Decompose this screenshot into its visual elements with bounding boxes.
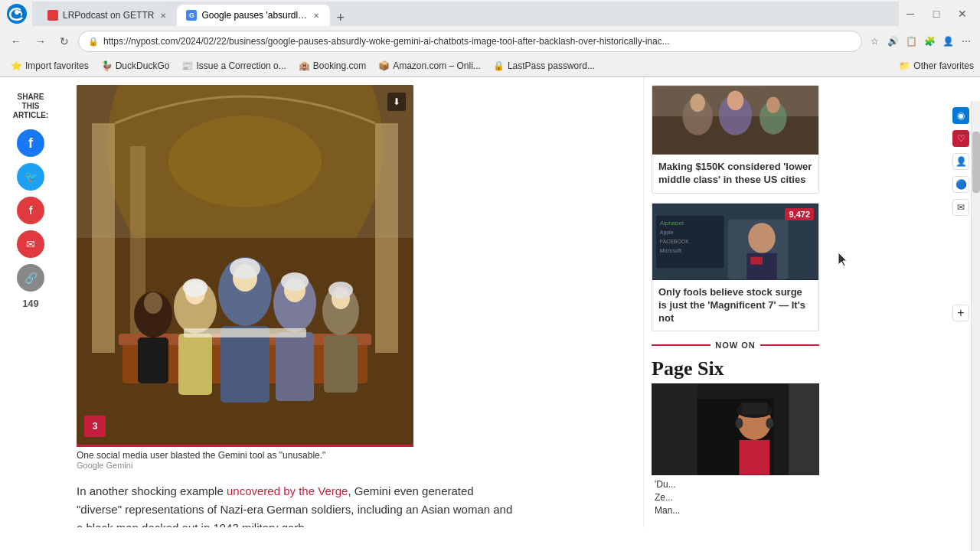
- bookmark-duckduckgo[interactable]: 🦆 DuckDuckGo: [96, 59, 175, 73]
- bookmark-label: Issue a Correction o...: [196, 60, 286, 71]
- page-six-title[interactable]: Page Six: [652, 354, 819, 383]
- back-button[interactable]: ←: [6, 32, 26, 51]
- edge-sidebar-icon-3[interactable]: 👤: [952, 153, 969, 170]
- scene-svg: [77, 85, 413, 445]
- settings-icon[interactable]: ⋯: [959, 34, 974, 49]
- facebook-share-button[interactable]: f: [17, 129, 44, 157]
- bookmark-import-favorites[interactable]: ⭐ Import favorites: [6, 59, 93, 73]
- now-on-label: NOW ON: [652, 341, 819, 350]
- lock-icon: 🔒: [88, 37, 99, 47]
- sidebar-card-title-1[interactable]: Making $150K considered 'lower middle cl…: [652, 155, 818, 193]
- maximize-button[interactable]: □: [925, 2, 948, 25]
- svg-point-55: [766, 419, 773, 429]
- tab-lrpodcast[interactable]: LRPodcast on GETTR ✕: [38, 5, 177, 26]
- close-button[interactable]: ✕: [951, 2, 974, 25]
- sidebar-card-stock: Alphabet Apple FACEBOOK Microsoft 9,472 …: [652, 203, 819, 332]
- sidebar-card-title-2[interactable]: Only fools believe stock surge is just t…: [652, 280, 818, 331]
- svg-rect-4: [92, 123, 115, 353]
- svg-text:FACEBOOK: FACEBOOK: [660, 239, 689, 244]
- favorites-icon[interactable]: ☆: [867, 34, 882, 49]
- partial-text-1: 'Du...: [655, 479, 676, 490]
- collections-icon[interactable]: 📋: [903, 34, 919, 49]
- download-icon[interactable]: ⬇: [387, 93, 406, 111]
- sidebar-card-150k: Making $150K considered 'lower middle cl…: [652, 85, 819, 194]
- svg-rect-5: [375, 123, 398, 353]
- article-text: In another shocking example uncovered by…: [77, 482, 521, 527]
- tab-google-pauses[interactable]: G Google pauses 'absurdly woke'... ✕: [177, 5, 330, 26]
- now-on-text: NOW ON: [715, 341, 755, 350]
- other-favorites[interactable]: 📁 Other favorites: [899, 60, 974, 71]
- edge-sidebar-icon-4[interactable]: 🔵: [952, 176, 969, 193]
- flipboard-share-button[interactable]: f: [17, 197, 44, 224]
- tab-close-2[interactable]: ✕: [312, 10, 321, 21]
- forward-button[interactable]: →: [31, 32, 51, 51]
- address-bar[interactable]: 🔒 https://nypost.com/2024/02/22/business…: [78, 31, 862, 52]
- verge-link[interactable]: uncovered by the Verge: [227, 484, 348, 497]
- edge-sidebar-icons: ◉ ♡ 👤 🔵 ✉ +: [952, 107, 969, 321]
- folder-icon: 📁: [899, 60, 910, 71]
- article-image: ⬇ 3: [77, 85, 413, 445]
- amazon-icon: 📦: [378, 60, 390, 71]
- right-sidebar: Making $150K considered 'lower middle cl…: [643, 77, 827, 527]
- image-source: Google Gemini: [77, 461, 628, 470]
- flipboard-icon: f: [29, 204, 33, 217]
- main-content: ⬇ 3 One social media user blasted the Ge…: [61, 77, 643, 527]
- svg-rect-57: [789, 384, 819, 475]
- svg-point-19: [230, 258, 260, 279]
- nav-bar: ← → ↻ 🔒 https://nypost.com/2024/02/22/bu…: [0, 28, 980, 55]
- title-bar: LRPodcast on GETTR ✕ G Google pauses 'ab…: [0, 0, 980, 28]
- page-six-video-svg: [652, 383, 819, 475]
- email-share-button[interactable]: ✉: [17, 230, 44, 258]
- import-icon: ⭐: [11, 60, 22, 71]
- svg-text:Apple: Apple: [660, 230, 674, 236]
- edge-sidebar-icon-5[interactable]: ✉: [952, 199, 969, 216]
- extensions-icon[interactable]: 🧩: [922, 34, 937, 49]
- tab-close-1[interactable]: ✕: [158, 10, 168, 21]
- edge-sidebar-icon-1[interactable]: ◉: [952, 107, 969, 124]
- svg-rect-53: [741, 403, 767, 415]
- lastpass-icon: 🔒: [493, 60, 505, 71]
- image-badge: 3: [84, 416, 106, 437]
- browser-chrome: LRPodcast on GETTR ✕ G Google pauses 'ab…: [0, 0, 980, 77]
- bookmark-booking[interactable]: 🏨 Booking.com: [294, 59, 371, 73]
- profile-icon[interactable]: 👤: [940, 34, 956, 49]
- svg-rect-25: [324, 335, 358, 393]
- bookmark-amazon[interactable]: 📦 Amazon.com – Onli...: [374, 59, 485, 73]
- bookmark-label: Import favorites: [25, 60, 89, 71]
- edge-sidebar-add-icon[interactable]: +: [952, 305, 969, 321]
- read-aloud-icon[interactable]: 🔊: [885, 34, 900, 49]
- bookmarks-bar: ⭐ Import favorites 🦆 DuckDuckGo 📰 Issue …: [0, 55, 980, 77]
- comment-count[interactable]: 149: [22, 298, 39, 309]
- link-share-button[interactable]: 🔗: [17, 264, 44, 292]
- share-title-line2: ARTICLE:: [8, 111, 54, 120]
- sidebar-card-img-2: Alphabet Apple FACEBOOK Microsoft 9,472: [652, 204, 818, 280]
- svg-rect-51: [739, 440, 769, 475]
- svg-point-15: [183, 279, 207, 297]
- svg-point-27: [328, 282, 353, 298]
- bookmark-lastpass[interactable]: 🔒 LastPass password...: [488, 59, 599, 73]
- now-on-section: NOW ON Page Six: [652, 341, 819, 520]
- tab-favicon-2: G: [186, 10, 197, 21]
- svg-rect-10: [138, 337, 168, 383]
- bookmark-label: Amazon.com – Onli...: [393, 60, 481, 71]
- email-icon: ✉: [26, 238, 35, 250]
- svg-rect-13: [178, 334, 212, 395]
- refresh-button[interactable]: ↻: [55, 32, 74, 51]
- sidebar-card-img-wrap-2: Alphabet Apple FACEBOOK Microsoft 9,472 …: [652, 204, 818, 331]
- edge-sidebar-icon-2[interactable]: ♡: [952, 130, 969, 147]
- tab-label-1: LRPodcast on GETTR: [63, 10, 154, 21]
- link-icon: 🔗: [24, 272, 38, 284]
- booking-icon: 🏨: [299, 60, 310, 71]
- share-title-line1: SHARE THIS: [8, 93, 54, 111]
- article-image-container: ⬇ 3 One social media user blasted the Ge…: [77, 85, 628, 470]
- minimize-button[interactable]: ─: [899, 2, 922, 25]
- svg-point-29: [168, 116, 322, 207]
- bookmark-correction[interactable]: 📰 Issue a Correction o...: [177, 59, 290, 73]
- svg-text:Alphabet: Alphabet: [660, 220, 684, 227]
- facebook-icon: f: [28, 135, 33, 152]
- svg-point-35: [727, 91, 744, 111]
- new-tab-button[interactable]: +: [330, 10, 351, 26]
- twitter-share-button[interactable]: 🐦: [17, 163, 44, 191]
- scrollbar-thumb[interactable]: [972, 132, 980, 193]
- edge-logo: [6, 3, 28, 24]
